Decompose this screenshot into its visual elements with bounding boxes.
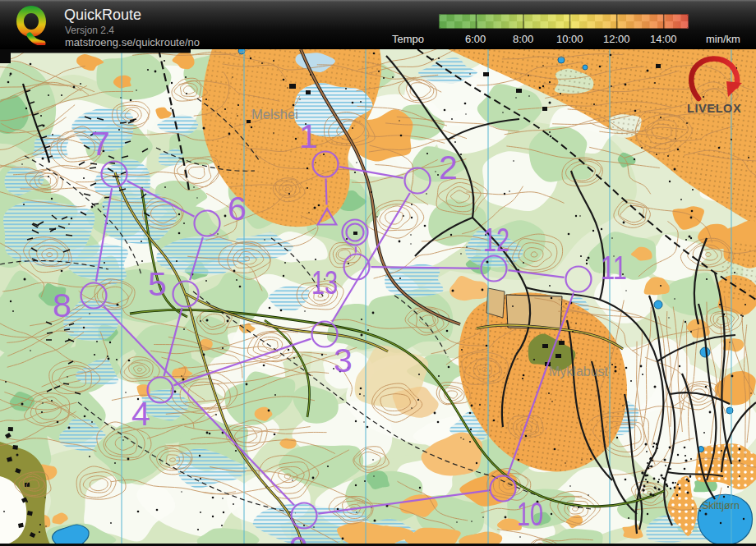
svg-text:Skittjørn: Skittjørn [702,500,740,512]
svg-text:2: 2 [439,149,458,186]
svg-text:13: 13 [311,264,338,301]
svg-text:Melshei: Melshei [251,107,298,122]
svg-text:4: 4 [131,395,150,433]
svg-text:7: 7 [91,125,110,163]
svg-text:5: 5 [148,265,167,303]
svg-text:Myklabust: Myklabust [549,365,609,379]
svg-text:LIVELOX: LIVELOX [687,102,741,115]
svg-text:12: 12 [483,221,509,259]
svg-text:3: 3 [334,342,353,379]
svg-text:6: 6 [228,190,247,227]
svg-text:11: 11 [601,249,627,287]
svg-text:1: 1 [299,117,318,155]
svg-text:10: 10 [517,495,543,533]
svg-text:8: 8 [53,287,71,324]
